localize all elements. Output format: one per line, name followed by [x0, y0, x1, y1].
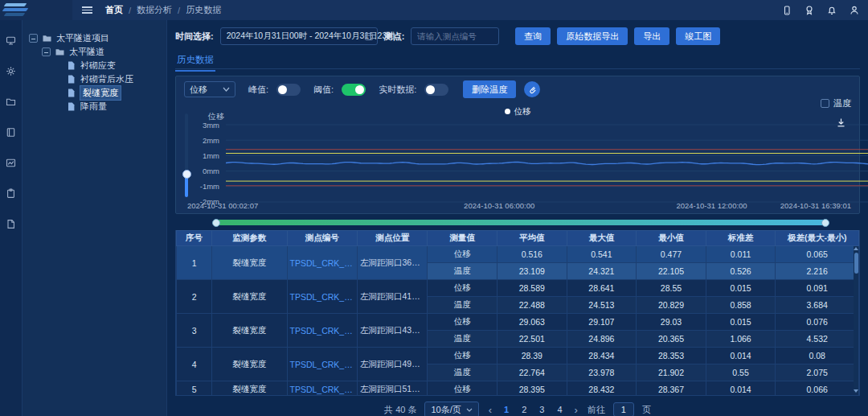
threshold-toggle[interactable]: [342, 84, 366, 96]
scroll-up-icon[interactable]: [854, 247, 858, 250]
line-chart[interactable]: [226, 122, 868, 205]
point-code-link[interactable]: TPSDL_CRK_K0+415...: [287, 280, 357, 314]
export-button[interactable]: 导出: [634, 27, 669, 45]
page-number-4[interactable]: 4: [555, 405, 564, 414]
cell-std: 0.014: [706, 381, 776, 397]
query-button[interactable]: 查询: [515, 27, 551, 45]
tree-leaf-label[interactable]: 衬砌背后水压: [80, 73, 133, 85]
cell-range: 4.532: [776, 331, 859, 348]
badge-icon[interactable]: [803, 4, 815, 16]
cell-max: 29.107: [567, 314, 637, 331]
tree-leaf-crack-width[interactable]: 裂缝宽度: [29, 86, 162, 100]
book-icon[interactable]: [6, 126, 17, 138]
point-search-input[interactable]: [411, 27, 499, 45]
collapse-icon[interactable]: [29, 34, 38, 43]
table-row[interactable]: 1 裂缝宽度 TPSDL_CRK_K0+361... 左洞距洞口361米处左..…: [177, 246, 859, 263]
cell-min: 20.365: [637, 331, 706, 348]
scrollbar-thumb[interactable]: [854, 253, 858, 274]
next-page-icon[interactable]: ›: [573, 404, 579, 416]
vertical-zoom-slider[interactable]: [185, 113, 188, 196]
breadcrumb-item[interactable]: 数据分析: [137, 4, 172, 16]
tree-node-label[interactable]: 太平隧道: [69, 46, 104, 58]
cell-min: 29.03: [637, 314, 706, 331]
cell-std: 0.015: [706, 280, 776, 297]
tree-leaf-label[interactable]: 衬砌应变: [80, 60, 116, 72]
tree-leaf-label[interactable]: 降雨量: [80, 101, 107, 113]
menu-toggle-icon[interactable]: [82, 6, 92, 14]
range-slider-handle-left[interactable]: [212, 219, 220, 227]
cell-range: 3.684: [776, 297, 859, 314]
realtime-toggle[interactable]: [424, 84, 448, 96]
user-icon[interactable]: [848, 4, 860, 16]
asbuilt-drawing-button[interactable]: 竣工图: [676, 27, 720, 45]
breadcrumb-home[interactable]: 首页: [105, 4, 123, 16]
cell-no: 5: [177, 381, 212, 397]
monitor-icon[interactable]: [6, 35, 17, 46]
table-header-row: 序号 监测参数 测点编号 测点位置 测量值 平均值 最大值 最小值 标准差 极差…: [177, 231, 859, 246]
cell-range: 0.066: [776, 381, 859, 397]
chart-icon[interactable]: [6, 157, 17, 168]
cell-min: 22.105: [637, 263, 706, 280]
mobile-icon[interactable]: [780, 4, 792, 16]
peak-toggle[interactable]: [276, 84, 301, 96]
page-number-1[interactable]: 1: [502, 405, 511, 414]
range-slider-track[interactable]: [215, 220, 826, 225]
point-code-link[interactable]: TPSDL_CRK_K0+514...: [287, 381, 357, 397]
point-code-link[interactable]: TPSDL_CRK_K0+361...: [287, 246, 357, 280]
delete-temperature-button[interactable]: 删除温度: [463, 80, 516, 98]
page-number-3[interactable]: 3: [537, 405, 547, 414]
cell-avg: 0.516: [497, 246, 567, 263]
raw-export-button[interactable]: 原始数据导出: [557, 27, 628, 45]
table-row[interactable]: 4 裂缝宽度 TPSDL_CRK_K0+498... 左洞距洞口498米处左..…: [177, 348, 859, 365]
cell-no: 4: [177, 348, 212, 381]
document-icon[interactable]: [6, 218, 17, 229]
calendar-icon[interactable]: [364, 31, 374, 43]
cell-avg: 29.063: [497, 314, 567, 331]
folder-icon[interactable]: [6, 96, 17, 107]
clipboard-icon[interactable]: [6, 187, 17, 199]
breadcrumb: 首页 / 数据分析 / 历史数据: [105, 4, 221, 16]
x-axis-labels: 2024-10-31 00:02:07 2024-10-31 06:00:00 …: [187, 201, 851, 211]
collapse-icon[interactable]: [42, 47, 51, 56]
tree-leaf-rainfall[interactable]: 降雨量: [29, 100, 162, 113]
table-row[interactable]: 5 裂缝宽度 TPSDL_CRK_K0+514... 左洞距洞口514米处左..…: [177, 381, 859, 397]
metric-select[interactable]: 位移: [184, 81, 235, 97]
goto-page-input[interactable]: [613, 402, 634, 416]
cell-param: 裂缝宽度: [212, 381, 287, 397]
tree-leaf-label-selected[interactable]: 裂缝宽度: [80, 86, 121, 100]
table-row[interactable]: 2 裂缝宽度 TPSDL_CRK_K0+415... 左洞距洞口415米处左..…: [177, 280, 859, 297]
bell-icon[interactable]: [825, 4, 837, 16]
tab-history-data[interactable]: 历史数据: [175, 54, 215, 72]
tree-node-project[interactable]: 太平隧道项目: [29, 31, 162, 45]
cell-metric: 位移: [428, 246, 497, 263]
point-code-link[interactable]: TPSDL_CRK_K0+498...: [287, 348, 357, 381]
tree-leaf-lining-strain[interactable]: 衬砌应变: [29, 59, 162, 72]
chevron-down-icon: [466, 408, 473, 412]
tree-node-label[interactable]: 太平隧道项目: [56, 32, 109, 44]
page-size-select[interactable]: 10条/页: [424, 402, 478, 416]
metric-select-value: 位移: [190, 84, 207, 96]
range-slider-handle-right[interactable]: [821, 219, 829, 227]
vertical-slider-thumb[interactable]: [182, 170, 191, 179]
prev-page-icon[interactable]: ‹: [487, 404, 493, 416]
attachment-button[interactable]: [524, 81, 540, 97]
cell-avg: 28.395: [497, 381, 567, 397]
page-number-2[interactable]: 2: [519, 405, 529, 414]
y-tick: -1mm: [186, 182, 219, 191]
date-range-input[interactable]: 2024年10月31日00时 - 2024年10月31日23时: [220, 27, 378, 45]
cell-avg: 22.488: [497, 297, 567, 314]
table-scrollbar[interactable]: [854, 246, 858, 393]
folder-icon: [42, 33, 52, 43]
cell-std: 0.526: [706, 263, 776, 280]
tree-leaf-water-pressure[interactable]: 衬砌背后水压: [29, 72, 162, 86]
project-tree: 太平隧道项目 太平隧道 衬砌应变 衬砌背后水压 裂缝宽度 降雨量: [23, 20, 167, 416]
scroll-down-icon[interactable]: [854, 389, 858, 393]
point-code-link[interactable]: TPSDL_CRK_K0+435...: [287, 314, 357, 348]
breadcrumb-item[interactable]: 历史数据: [186, 4, 221, 16]
cell-std: 0.858: [706, 297, 776, 314]
gear-icon[interactable]: [6, 65, 17, 76]
tree-node-tunnel[interactable]: 太平隧道: [29, 45, 162, 59]
table-row[interactable]: 3 裂缝宽度 TPSDL_CRK_K0+435... 左洞距洞口435米处左..…: [177, 314, 859, 331]
chart-legend[interactable]: 位移: [176, 106, 859, 117]
col-header: 平均值: [497, 231, 567, 246]
